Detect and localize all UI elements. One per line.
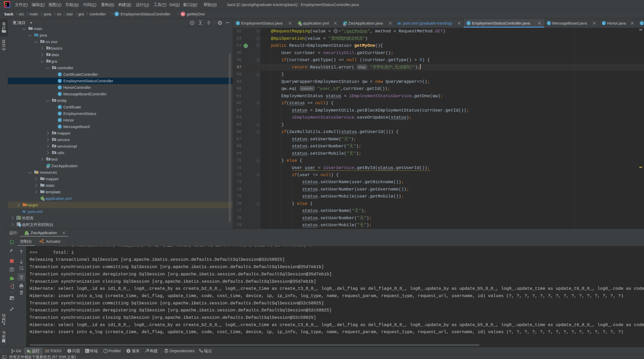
svg-text:C: C	[641, 22, 643, 25]
svg-text:m: m	[182, 13, 184, 16]
svg-text:C: C	[59, 125, 61, 128]
svg-text:C: C	[237, 22, 239, 25]
svg-text:C: C	[468, 22, 470, 25]
svg-text:C: C	[116, 12, 118, 16]
svg-text:C: C	[59, 106, 61, 109]
svg-text:C: C	[59, 119, 61, 122]
svg-text:C: C	[59, 112, 61, 115]
svg-text:C: C	[59, 86, 61, 89]
svg-text:m: m	[398, 21, 401, 25]
svg-text:IJ: IJ	[5, 3, 7, 5]
svg-text:C: C	[59, 92, 61, 96]
svg-text:C: C	[59, 73, 61, 76]
svg-text:C: C	[603, 22, 605, 25]
svg-text:C: C	[548, 22, 550, 25]
svg-text:m: m	[22, 209, 26, 213]
svg-text:C: C	[59, 79, 61, 83]
